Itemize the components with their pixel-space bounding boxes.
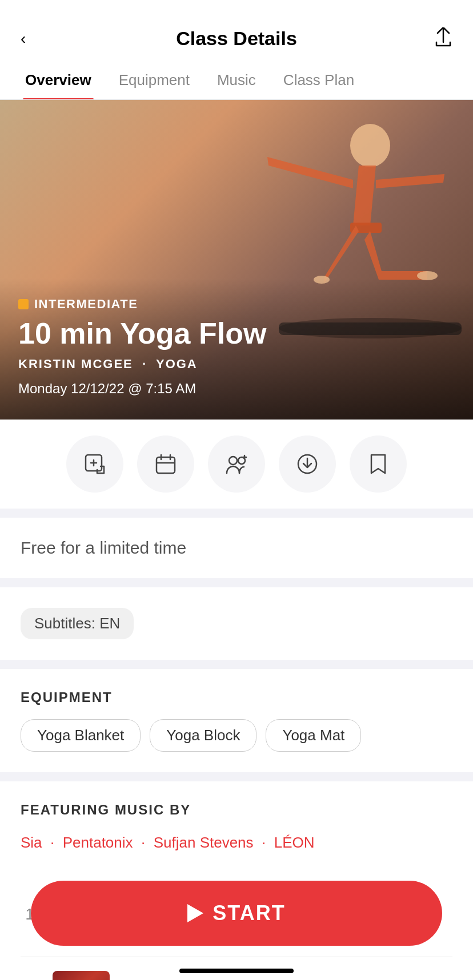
equipment-section-label: EQUIPMENT <box>21 689 452 705</box>
equipment-tags: Yoga Blanket Yoga Block Yoga Mat <box>21 719 452 752</box>
music-section-label: FEATURING MUSIC BY <box>21 802 452 818</box>
difficulty-level: INTERMEDIATE <box>18 297 455 312</box>
music-artists: Sia · Pentatonix · Sufjan Stevens · LÉON <box>21 832 452 854</box>
tab-overview[interactable]: Overview <box>11 61 105 99</box>
add-to-stack-button[interactable] <box>66 435 123 493</box>
tab-bar: Overview Equipment Music Class Plan <box>0 61 473 100</box>
free-label-card: Free for a limited time <box>0 518 473 578</box>
start-label: START <box>213 901 285 925</box>
action-bar <box>0 420 473 509</box>
equipment-card: EQUIPMENT Yoga Blanket Yoga Block Yoga M… <box>0 669 473 772</box>
friends-icon <box>226 454 247 474</box>
free-label: Free for a limited time <box>21 538 186 557</box>
share-icon <box>434 27 452 48</box>
download-icon <box>297 454 318 474</box>
svg-point-13 <box>229 457 237 465</box>
share-button[interactable] <box>430 25 457 52</box>
equipment-tag: Yoga Blanket <box>21 719 141 752</box>
back-button[interactable]: ‹ <box>16 27 30 50</box>
play-icon <box>187 904 203 922</box>
equipment-tag: Yoga Mat <box>266 719 361 752</box>
schedule-button[interactable] <box>137 435 194 493</box>
home-indicator <box>179 969 294 973</box>
tab-class-plan[interactable]: Class Plan <box>270 61 368 99</box>
bookmark-icon <box>369 454 387 474</box>
equipment-tag: Yoga Block <box>150 719 256 752</box>
subtitles-card: Subtitles: EN <box>0 587 473 660</box>
svg-point-0 <box>350 124 390 167</box>
tab-music[interactable]: Music <box>203 61 270 99</box>
svg-rect-9 <box>157 457 175 473</box>
track-thumbnail <box>53 971 110 980</box>
header: ‹ Class Details <box>0 0 473 61</box>
class-title: 10 min Yoga Flow <box>18 317 455 350</box>
hero-image: INTERMEDIATE 10 min Yoga Flow KRISTIN MC… <box>0 100 473 420</box>
class-date: Monday 12/12/22 @ 7:15 AM <box>18 381 455 397</box>
page-title: Class Details <box>176 27 297 50</box>
add-to-stack-icon <box>85 454 105 474</box>
subtitles-badge: Subtitles: EN <box>21 608 134 639</box>
download-button[interactable] <box>279 435 336 493</box>
tab-equipment[interactable]: Equipment <box>105 61 203 99</box>
hero-overlay: INTERMEDIATE 10 min Yoga Flow KRISTIN MC… <box>0 279 473 420</box>
start-button[interactable]: START <box>31 881 442 946</box>
instructor-name: KRISTIN MCGEE · YOGA <box>18 357 455 372</box>
bookmark-button[interactable] <box>350 435 407 493</box>
level-label: INTERMEDIATE <box>34 297 138 312</box>
start-bar: START <box>31 881 442 946</box>
level-indicator <box>18 299 29 309</box>
friends-button[interactable] <box>208 435 265 493</box>
calendar-icon <box>155 454 176 474</box>
